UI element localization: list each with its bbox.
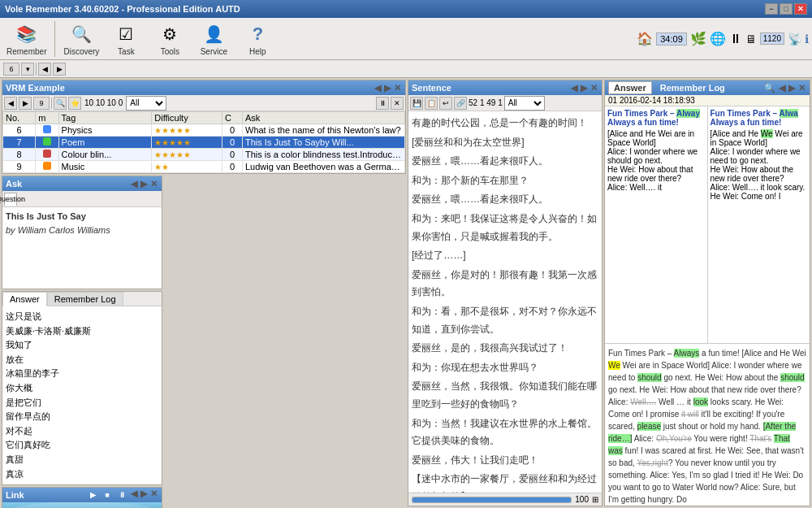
- tools-icon: ⚙: [157, 21, 183, 47]
- menu-sep-1: [54, 21, 55, 57]
- vrm-filter-select[interactable]: All: [126, 96, 166, 111]
- sentence-filter[interactable]: All: [504, 96, 545, 111]
- menu-service[interactable]: 👤 Service: [193, 20, 234, 58]
- cell-c: 0: [222, 124, 243, 137]
- vrm-tb-btn1[interactable]: ◀: [4, 97, 17, 110]
- right-col2-header: Fun Times Park – Alwa Always a fun time!: [710, 109, 808, 127]
- link-nav-prev[interactable]: ◀: [130, 488, 138, 501]
- link-btn1[interactable]: ▶: [86, 488, 99, 501]
- right-close[interactable]: ✕: [797, 83, 806, 93]
- it-will-strike: it will: [681, 410, 699, 419]
- tb2-btn2[interactable]: ▶: [53, 63, 66, 76]
- vrm-star-btn[interactable]: ⭐: [68, 97, 81, 110]
- right-search[interactable]: 🔍: [763, 83, 776, 93]
- link-btn3[interactable]: ⏸: [115, 488, 128, 501]
- tb2-num-btn[interactable]: 6: [3, 63, 19, 76]
- link-btn2[interactable]: ■: [101, 488, 114, 501]
- tb2-sep: [36, 63, 37, 76]
- sentence-line: 爱丽丝，你是对的！那很有趣！我第一次感到害怕。: [412, 267, 598, 302]
- vrm-pause[interactable]: ⏸: [376, 97, 389, 110]
- right-nav-next[interactable]: ▶: [788, 83, 796, 93]
- answer-tab-active[interactable]: Answer: [2, 292, 47, 306]
- right-tabs-header: Answer Remember Log: [608, 81, 730, 94]
- menu-task[interactable]: ☑ Task: [106, 20, 146, 58]
- answer-right-tab[interactable]: Answer: [608, 81, 652, 94]
- vrm-nav-prev[interactable]: ◀: [374, 83, 382, 93]
- answer-line: 这只是说: [6, 310, 158, 324]
- answer-line: 真凉: [6, 467, 158, 482]
- tb2-btn1[interactable]: ◀: [38, 63, 51, 76]
- menu-tools[interactable]: ⚙ Tools: [149, 20, 190, 58]
- home-icon: 🏠: [637, 31, 653, 46]
- sentence-line: 爱丽丝，当然，我很饿。你知道我们能在哪里吃到一些好的食物吗？: [412, 378, 598, 413]
- vrm-table-row[interactable]: 6 Physics ★★★★★ 0 What is the name of th…: [3, 124, 405, 137]
- toolbar2: 6 ▾ ◀ ▶: [0, 60, 812, 78]
- sen-btn1[interactable]: 💾: [410, 97, 423, 110]
- sentence-line: 爱丽丝，喂……看起来很吓人。: [412, 153, 598, 171]
- answer-line: 真甜: [6, 453, 158, 467]
- cell-c: 0: [222, 149, 243, 161]
- vrm-tb-btn2[interactable]: ▶: [19, 97, 32, 110]
- sen-btn4[interactable]: 🔗: [454, 97, 467, 110]
- ask-nav-prev[interactable]: ◀: [130, 179, 138, 189]
- should2-highlight: should: [780, 373, 804, 382]
- right-col2-entry3: He Wei: How about the new ride over ther…: [710, 165, 808, 183]
- expand-icon[interactable]: ⊞: [592, 495, 598, 504]
- menu-discovery[interactable]: 🔍 Discovery: [60, 20, 102, 58]
- cell-no: 6: [3, 124, 36, 137]
- vrm-table-row[interactable]: 9 Music ★★ 0 Ludwig van Beethoven was a …: [3, 161, 405, 173]
- remlog-right-tab[interactable]: Remember Log: [655, 82, 730, 93]
- sentence-nav-prev[interactable]: ◀: [570, 83, 578, 93]
- minimize-button[interactable]: −: [765, 3, 778, 15]
- col-difficulty: Difficulty: [152, 112, 222, 124]
- you-text: You: [693, 434, 707, 443]
- vrm-close2[interactable]: ✕: [391, 97, 404, 110]
- ask-question-text: This Is Just To Say: [6, 211, 158, 223]
- right-nav-prev[interactable]: ◀: [778, 83, 786, 93]
- sentence-nav-next[interactable]: ▶: [580, 83, 588, 93]
- right-col1-entry2: Alice: I wonder where we should go next.: [607, 147, 705, 165]
- sen-btn2[interactable]: 📋: [425, 97, 438, 110]
- sentence-titlebar: Sentence ◀ ▶ ✕: [408, 80, 602, 95]
- pause-icon: ⏸: [729, 32, 742, 46]
- link-box: Link ▶ ■ ⏸ ◀ ▶ ✕: [2, 487, 162, 508]
- vrm-nav-next[interactable]: ▶: [383, 83, 391, 93]
- close-button[interactable]: ✕: [794, 3, 807, 15]
- menu-help[interactable]: ? Help: [237, 20, 278, 58]
- link-close[interactable]: ✕: [149, 488, 158, 501]
- sen-btn3[interactable]: ↩: [439, 97, 452, 110]
- vrm-panel: VRM Example ◀ ▶ ✕ ◀ ▶ 9 🔍 ⭐ 10 10 10 0 A…: [2, 80, 406, 174]
- right-date-bar: 01 2016-02-14 18:18:93: [605, 95, 810, 106]
- right-top: Answer Remember Log 🔍 ◀ ▶ ✕ 01 2016-02-1…: [604, 80, 810, 506]
- progress-fill-inner: [412, 497, 571, 502]
- monitor-icon: 🖥: [745, 33, 757, 46]
- vrm-filter-btn[interactable]: 🔍: [54, 97, 67, 110]
- always-highlight1: Always: [674, 349, 700, 358]
- right-col2-entry5: He Wei: Come on! I: [710, 192, 808, 201]
- right-titlebar: Answer Remember Log 🔍 ◀ ▶ ✕: [605, 80, 810, 95]
- vrm-sep1: [51, 98, 52, 109]
- cell-tag: Physics: [58, 124, 152, 137]
- sentence-line: 爱丽丝，伟大！让我们走吧！: [412, 452, 598, 470]
- vrm-table-row[interactable]: 8 Colour blin... ★★★★★ 0 This is a color…: [3, 149, 405, 161]
- right-columns: Fun Times Park – Alway Always a fun time…: [605, 106, 810, 343]
- sentence-close[interactable]: ✕: [590, 83, 598, 93]
- sentence-line: 和为：那个新的车在那里？: [412, 172, 598, 190]
- link-nav-next[interactable]: ▶: [140, 488, 148, 501]
- maximize-button[interactable]: □: [780, 3, 793, 15]
- col-m: m: [36, 112, 58, 124]
- vrm-close[interactable]: ✕: [393, 83, 402, 93]
- service-icon: 👤: [201, 21, 227, 47]
- tb2-dropdown[interactable]: ▾: [21, 63, 34, 76]
- ask-question-tab[interactable]: Question: [4, 193, 17, 206]
- sentence-toolbar: 💾 📋 ↩ 🔗 52 1 49 1 All: [408, 95, 602, 111]
- progress-value: 100: [575, 495, 589, 504]
- vrm-tb-num[interactable]: 9: [33, 97, 50, 110]
- ask-nav-next[interactable]: ▶: [140, 179, 148, 189]
- menu-remember[interactable]: 📚 Remember: [3, 20, 50, 58]
- vrm-table-row[interactable]: 7 Poem ★★★★★ 0 This Is Just To Sayby Wil…: [3, 137, 405, 149]
- ask-close[interactable]: ✕: [149, 179, 158, 189]
- right-panel: Answer Remember Log 🔍 ◀ ▶ ✕ 01 2016-02-1…: [604, 80, 810, 506]
- remlog-tab-left[interactable]: Remember Log: [47, 292, 123, 306]
- cell-tag: Colour blin...: [58, 149, 152, 161]
